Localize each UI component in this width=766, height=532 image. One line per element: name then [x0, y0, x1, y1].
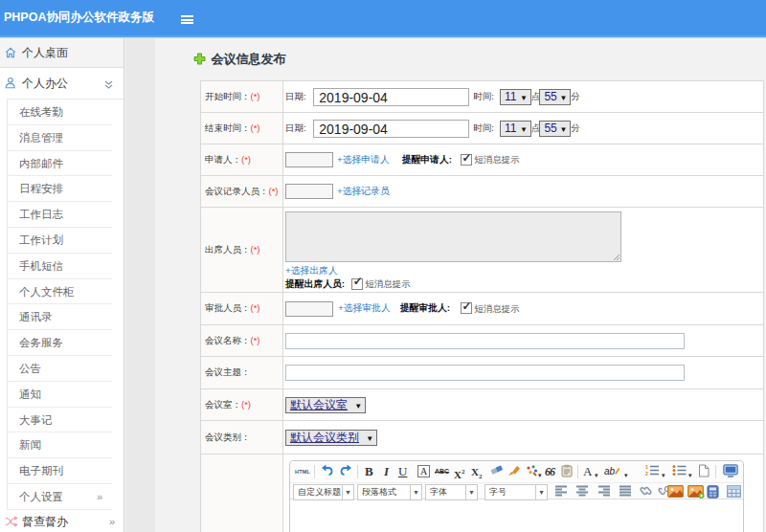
svg-text:2: 2: [645, 471, 648, 477]
svg-text:1: 1: [645, 464, 648, 470]
